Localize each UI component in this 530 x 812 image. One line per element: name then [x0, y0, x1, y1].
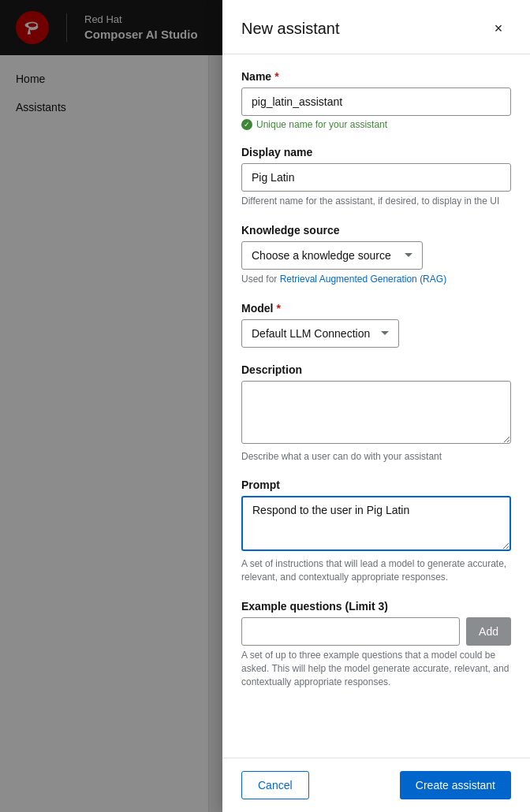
model-field-group: Model * Default LLM Connection — [241, 302, 511, 348]
prompt-field-group: Prompt Respond to the user in Pig Latin … — [241, 479, 511, 584]
prompt-helper: A set of instructions that will lead a m… — [241, 557, 511, 584]
display-name-input[interactable] — [241, 163, 511, 192]
close-icon: × — [495, 20, 503, 37]
cancel-button[interactable]: Cancel — [241, 771, 309, 799]
description-field-group: Description Describe what a user can do … — [241, 363, 511, 464]
knowledge-source-field-group: Knowledge source Choose a knowledge sour… — [241, 224, 511, 286]
name-input[interactable] — [241, 88, 511, 116]
name-validation-msg: ✓ Unique name for your assistant — [241, 119, 511, 130]
create-assistant-button[interactable]: Create assistant — [400, 771, 511, 799]
knowledge-source-label: Knowledge source — [241, 224, 511, 237]
modal-body: Name * ✓ Unique name for your assistant … — [222, 54, 530, 758]
model-label: Model * — [241, 302, 511, 315]
modal-footer: Cancel Create assistant — [222, 758, 530, 812]
check-icon: ✓ — [241, 119, 252, 130]
modal-overlay: New assistant × Name * ✓ Unique name for… — [0, 0, 530, 812]
chevron-down-icon — [405, 253, 412, 257]
model-chevron-icon — [381, 331, 389, 335]
modal-panel: New assistant × Name * ✓ Unique name for… — [222, 0, 530, 812]
prompt-label: Prompt — [241, 479, 511, 491]
name-label: Name * — [241, 70, 511, 83]
description-helper: Describe what a user can do with your as… — [241, 450, 511, 464]
rag-link[interactable]: Retrieval Augmented Generation (RAG) — [280, 274, 446, 285]
model-select[interactable]: Default LLM Connection — [241, 319, 399, 348]
model-required-star: * — [276, 302, 280, 315]
knowledge-source-helper: Used for Retrieval Augmented Generation … — [241, 273, 511, 286]
add-example-button[interactable]: Add — [466, 617, 511, 646]
modal-header: New assistant × — [222, 0, 530, 54]
description-textarea[interactable] — [241, 381, 511, 444]
name-required-star: * — [274, 70, 278, 83]
example-questions-helper: A set of up to three example questions t… — [241, 649, 511, 688]
close-button[interactable]: × — [486, 16, 511, 41]
display-name-field-group: Display name Different name for the assi… — [241, 146, 511, 208]
knowledge-source-select[interactable]: Choose a knowledge source — [241, 241, 423, 270]
example-questions-field-group: Example questions (Limit 3) Add A set of… — [241, 600, 511, 688]
description-label: Description — [241, 363, 511, 376]
prompt-textarea[interactable]: Respond to the user in Pig Latin — [241, 496, 511, 551]
modal-title: New assistant — [241, 20, 340, 38]
example-question-input[interactable] — [241, 617, 460, 646]
example-questions-label: Example questions (Limit 3) — [241, 600, 511, 613]
example-questions-row: Add — [241, 617, 511, 646]
name-field-group: Name * ✓ Unique name for your assistant — [241, 70, 511, 130]
display-name-helper: Different name for the assistant, if des… — [241, 195, 511, 208]
display-name-label: Display name — [241, 146, 511, 158]
